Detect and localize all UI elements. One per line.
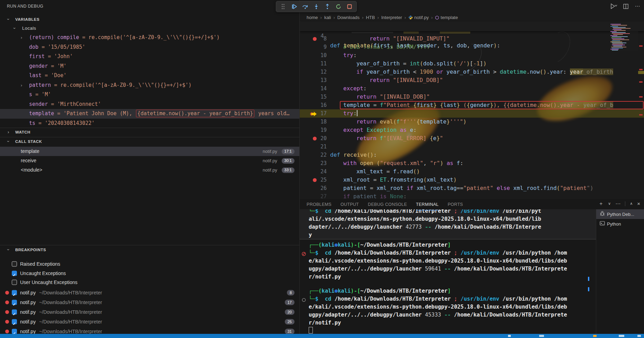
- code-line[interactable]: 22def receive():: [300, 151, 644, 159]
- sticky-scroll-line[interactable]: 4 def template(first, last, sender, ts, …: [300, 21, 644, 31]
- section-breakpoints[interactable]: › BREAKPOINTS: [0, 246, 299, 254]
- code-line[interactable]: 27if patient is None:: [300, 192, 644, 199]
- panel-tab-problems[interactable]: PROBLEMS: [307, 199, 332, 210]
- code-line[interactable]: 25xml_root = ET.fromstring(xml_text): [300, 176, 644, 184]
- editor-gutter[interactable]: 24: [300, 167, 327, 176]
- new-terminal-button[interactable]: ＋: [598, 200, 604, 207]
- panel-tab-ports[interactable]: PORTS: [448, 199, 463, 210]
- checkbox[interactable]: [12, 319, 17, 325]
- editor-gutter[interactable]: 12: [300, 68, 327, 76]
- editor-gutter[interactable]: 21: [300, 143, 327, 151]
- run-python-file-button[interactable]: [610, 3, 617, 10]
- more-actions-button[interactable]: ⋯: [634, 3, 641, 10]
- code-line[interactable]: 10try:: [300, 51, 644, 60]
- file-breakpoint-row[interactable]: notif.py~/Downloads/HTB/Interpreter8: [0, 288, 299, 298]
- code-line[interactable]: 20return f"[EVAL_ERROR] {e}": [300, 134, 644, 143]
- step-out-button[interactable]: [322, 2, 333, 11]
- checkbox[interactable]: [12, 280, 17, 285]
- code-line[interactable]: 13return "[INVALID_DOB]": [300, 76, 644, 84]
- breadcrumb-item[interactable]: home: [307, 15, 318, 20]
- status-item[interactable]: [637, 335, 641, 337]
- breakpoint-icon[interactable]: [313, 178, 317, 182]
- exception-breakpoint-row[interactable]: Uncaught Exceptions: [0, 269, 299, 278]
- variable-row[interactable]: last = 'Doe': [0, 71, 299, 81]
- checkbox[interactable]: [12, 329, 17, 334]
- call-stack-frame[interactable]: templatenotif.py17:1: [0, 147, 299, 156]
- editor-gutter[interactable]: 13: [300, 76, 327, 84]
- breadcrumb-item[interactable]: notif.py: [408, 15, 429, 20]
- terminal-dropdown-button[interactable]: ∨: [608, 201, 611, 206]
- variable-row[interactable]: template = 'Patient John Doe (M), {datet…: [0, 109, 299, 119]
- code-line[interactable]: 17try:: [300, 109, 644, 118]
- section-watch[interactable]: › WATCH: [0, 128, 299, 136]
- code-line[interactable]: 14except:: [300, 84, 644, 93]
- section-variables[interactable]: › VARIABLES: [0, 15, 299, 24]
- maximize-panel-button[interactable]: ∧: [630, 201, 633, 206]
- breadcrumb-item[interactable]: template: [435, 15, 458, 20]
- file-breakpoint-row[interactable]: notif.py~/Downloads/HTB/Interpreter17: [0, 298, 299, 307]
- editor-scrollbar[interactable]: [638, 0, 644, 199]
- status-bar[interactable]: [0, 334, 644, 338]
- file-breakpoint-row[interactable]: notif.py~/Downloads/HTB/Interpreter20: [0, 307, 299, 317]
- variable-row[interactable]: first = 'John': [0, 52, 299, 62]
- checkbox[interactable]: [12, 290, 17, 295]
- restart-button[interactable]: [333, 2, 344, 11]
- variable-row[interactable]: ›pattern = re.compile('^[a-zA-Z0-9._\'\\…: [0, 81, 299, 90]
- toolbar-drag-handle[interactable]: [278, 2, 289, 11]
- editor-gutter[interactable]: 16: [300, 101, 327, 109]
- status-item[interactable]: [508, 335, 511, 337]
- variable-row[interactable]: s = 'M': [0, 90, 299, 100]
- code-lines[interactable]: 8return "[INVALID_INPUT]"9# DOB format i…: [300, 35, 644, 199]
- breadcrumb-item[interactable]: kali: [324, 15, 331, 20]
- minimap[interactable]: [610, 23, 638, 51]
- status-item[interactable]: [539, 335, 544, 337]
- checkbox[interactable]: [12, 300, 17, 305]
- step-over-button[interactable]: [300, 2, 311, 11]
- editor-gutter[interactable]: 26: [300, 184, 327, 192]
- checkbox[interactable]: [12, 262, 17, 267]
- breakpoint-icon[interactable]: [313, 137, 317, 140]
- code-line[interactable]: 19except Exception as e:: [300, 126, 644, 134]
- checkbox[interactable]: [12, 310, 17, 315]
- code-line[interactable]: 24xml_text = f.read(): [300, 167, 644, 176]
- breadcrumb-item[interactable]: Interpreter: [381, 15, 402, 20]
- section-call-stack[interactable]: › CALL STACK: [0, 137, 299, 146]
- code-line[interactable]: 12if year_of_birth < 1900 or year_of_bir…: [300, 68, 644, 76]
- scope-locals[interactable]: › Locals: [0, 24, 299, 33]
- close-panel-button[interactable]: ×: [637, 201, 640, 207]
- editor-gutter[interactable]: 15: [300, 93, 327, 101]
- code-line[interactable]: 21: [300, 143, 644, 151]
- editor-gutter[interactable]: 27: [300, 192, 327, 199]
- code-line[interactable]: 16template = f"Patient {first} {last} ({…: [300, 101, 644, 109]
- split-editor-button[interactable]: [622, 3, 629, 10]
- status-item[interactable]: [619, 335, 624, 337]
- terminal-session-debug[interactable]: Python Deb...: [596, 209, 644, 219]
- variable-row[interactable]: dob = '15/05/1985': [0, 43, 299, 52]
- step-into-button[interactable]: [311, 2, 322, 11]
- editor-gutter[interactable]: 22: [300, 151, 327, 159]
- breadcrumb-item[interactable]: Downloads: [337, 15, 360, 20]
- exception-breakpoint-row[interactable]: Raised Exceptions: [0, 259, 299, 269]
- panel-tab-debug-console[interactable]: DEBUG CONSOLE: [368, 199, 407, 210]
- editor-gutter[interactable]: 11: [300, 60, 327, 68]
- code-line[interactable]: 18return eval(f"f'''{template}'''"): [300, 118, 644, 126]
- code-line[interactable]: 23with open ("request.xml", "r") as f:: [300, 159, 644, 167]
- panel-tab-output[interactable]: OUTPUT: [341, 199, 359, 210]
- terminal-session-terminal[interactable]: Python: [596, 219, 644, 229]
- editor-gutter[interactable]: 23: [300, 159, 327, 167]
- terminal[interactable]: └─$ cd /home/kali/Downloads/HTB/Interpre…: [300, 209, 596, 334]
- more-actions-button[interactable]: ⋯: [615, 201, 620, 207]
- status-item[interactable]: [593, 335, 597, 337]
- code-line[interactable]: 11year_of_birth = int(dob.split('/')[-1]…: [300, 60, 644, 68]
- variable-row[interactable]: ›(return) compile = re.compile('^[a-zA-Z…: [0, 33, 299, 43]
- code-line[interactable]: 15return "[INVALID_DOB]": [300, 93, 644, 101]
- stop-button[interactable]: [344, 2, 355, 11]
- call-stack-frame[interactable]: receivenotif.py30:1: [0, 156, 299, 165]
- breadcrumb-item[interactable]: HTB: [366, 15, 375, 20]
- panel-tab-terminal[interactable]: TERMINAL: [416, 199, 439, 210]
- continue-button[interactable]: [289, 2, 300, 11]
- variable-row[interactable]: gender = 'M': [0, 62, 299, 71]
- call-stack-frame[interactable]: <module>notif.py33:1: [0, 165, 299, 175]
- exception-breakpoint-row[interactable]: User Uncaught Exceptions: [0, 278, 299, 287]
- code-line[interactable]: 26patient = xml_root if xml_root.tag=="p…: [300, 184, 644, 192]
